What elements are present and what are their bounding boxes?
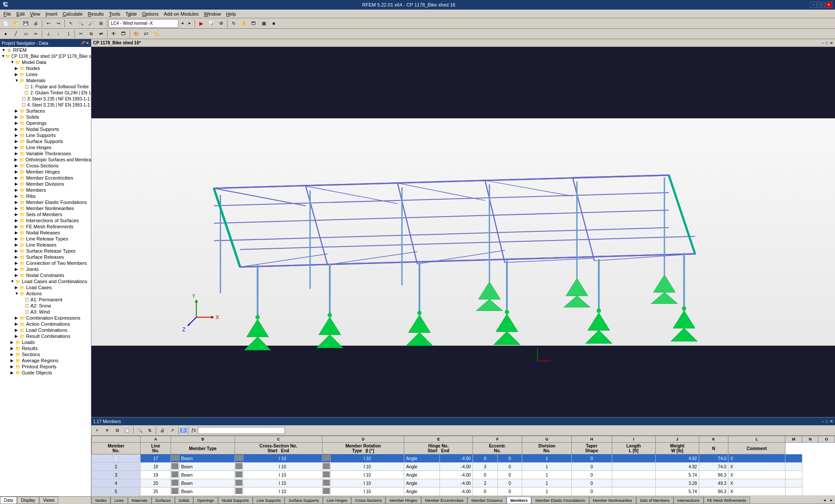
tree-solids[interactable]: ▶ 📁 Solids xyxy=(0,114,91,120)
tbl-copy[interactable]: ⧉ xyxy=(112,426,122,435)
tree-member-nonlin[interactable]: ▶ 📁 Member Nonlinearities xyxy=(0,205,91,211)
tree-toggle-actions[interactable]: ▼ xyxy=(15,291,19,296)
tree-guide-objects[interactable]: ▶ 📁 Guide Objects xyxy=(0,370,91,376)
menu-options[interactable]: Options xyxy=(139,10,161,17)
tb2-copy[interactable]: ⧉ xyxy=(86,30,96,38)
tree-joints[interactable]: ▶ 📁 Joints xyxy=(0,266,91,272)
tree-toggle-nc[interactable]: ▶ xyxy=(15,273,19,277)
tree-toggle-fem[interactable]: ▶ xyxy=(15,224,19,229)
tree-toggle-ar[interactable]: ▶ xyxy=(10,358,15,363)
tab-member-elastic[interactable]: Member Elastic Foundations xyxy=(531,497,589,504)
tb2-hide[interactable]: 👁 xyxy=(109,30,118,38)
tree-toggle-mh[interactable]: ▶ xyxy=(15,170,19,174)
tb-redo[interactable]: ↪ xyxy=(54,19,63,28)
tree-cross-sections[interactable]: ▶ 📁 Cross-Sections xyxy=(0,163,91,169)
tbl-print[interactable]: 🖨 xyxy=(158,426,167,435)
tbl-sort[interactable]: ⇅ xyxy=(145,426,154,435)
tree-toggle-joints[interactable]: ▶ xyxy=(15,267,19,271)
tree-toggle-ortho[interactable]: ▶ xyxy=(14,157,19,162)
tree-nodal-supports[interactable]: ▶ 📁 Nodal Supports xyxy=(0,126,91,132)
tb2-load[interactable]: ↓ xyxy=(54,30,63,38)
tree-member-elastic[interactable]: ▶ 📁 Member Elastic Foundations xyxy=(0,199,91,205)
tab-lines[interactable]: Lines xyxy=(111,497,128,504)
tree-lc-combos[interactable]: ▼ 📁 Load Cases and Combinations xyxy=(0,278,91,284)
tbl-paste[interactable]: 📋 xyxy=(122,426,132,435)
close-button[interactable]: ✕ xyxy=(825,2,832,8)
tab-scroll-left[interactable]: ◄ xyxy=(821,497,828,504)
tree-toggle-materials[interactable]: ▼ xyxy=(15,78,19,83)
tb-undo[interactable]: ↩ xyxy=(44,19,53,28)
tree-results[interactable]: ▶ 📁 Results xyxy=(0,345,91,351)
tb-zoom-all[interactable]: ⊞ xyxy=(96,19,106,28)
tab-member-divisions[interactable]: Member Divisions xyxy=(467,497,506,504)
tree-toggle-me[interactable]: ▶ xyxy=(15,176,19,180)
tb-print[interactable]: 🖨 xyxy=(31,19,40,28)
tree-toggle-nodal-sup[interactable]: ▶ xyxy=(15,127,19,131)
tree-lines[interactable]: ▶ 📁 Lines xyxy=(0,71,91,77)
tab-nodal-supports[interactable]: Nodal Supports xyxy=(218,497,253,504)
tree-surf-rel-types[interactable]: ▶ 📁 Surface Release Types xyxy=(0,248,91,254)
tbl-new-row[interactable]: + xyxy=(92,426,102,435)
tab-solids[interactable]: Solids xyxy=(175,497,194,504)
tree-toggle-lr[interactable]: ▶ xyxy=(15,243,19,247)
viewport-maximize-button[interactable]: □ xyxy=(826,41,828,45)
tree-project[interactable]: ▼ 📁 CP 1178_Bike shed 16* [CP 1178_Bike … xyxy=(0,53,91,59)
tree-combo-exprs[interactable]: ▶ 📁 Combination Expressions xyxy=(0,315,91,321)
tb2-cut[interactable]: ✂ xyxy=(76,30,86,38)
tb-run[interactable]: ▶ xyxy=(196,19,206,28)
viewport-minimize-button[interactable]: − xyxy=(822,41,824,45)
tb-settings[interactable]: ⚙ xyxy=(216,19,226,28)
tb-results[interactable]: 📊 xyxy=(206,19,216,28)
tb2-show[interactable]: 🗖 xyxy=(119,30,128,38)
table-container[interactable]: A B C D E F G H I J K L M xyxy=(91,436,835,495)
tab-surface-supports[interactable]: Surface Supports xyxy=(285,497,323,504)
tree-toggle-lcomb[interactable]: ▶ xyxy=(15,328,19,332)
tree-member-hinges[interactable]: ▶ 📁 Member Hinges xyxy=(0,169,91,175)
tree-toggle-lines[interactable]: ▶ xyxy=(15,72,19,77)
tree-toggle-nodes[interactable]: ▶ xyxy=(15,66,19,70)
menu-window[interactable]: Window xyxy=(201,10,224,17)
menu-insert[interactable]: Insert xyxy=(43,10,60,17)
tree-toggle-int[interactable]: ▶ xyxy=(15,218,19,223)
tree-toggle-mnl[interactable]: ▶ xyxy=(15,206,19,210)
tree-action-a2[interactable]: 📋 A2: Snow xyxy=(0,303,91,309)
tree-printout[interactable]: ▶ 📁 Printout Reports xyxy=(0,364,91,370)
tree-toggle-cs[interactable]: ▶ xyxy=(15,164,19,168)
tree-ribs[interactable]: ▶ 📁 Ribs xyxy=(0,193,91,199)
nav-close-button[interactable]: ✕ xyxy=(86,41,89,45)
table-row[interactable]: 3 19 Beam I 10 I 10 Angle -4.00 0 0 1 0 … xyxy=(92,471,835,479)
tb2-support[interactable]: ⊥ xyxy=(44,30,53,38)
tree-toggle-pr[interactable]: ▶ xyxy=(10,364,15,369)
tb2-surface[interactable]: ▭ xyxy=(21,30,30,38)
tree-member-divisions[interactable]: ▶ 📁 Member Divisions xyxy=(0,181,91,187)
tb-pan[interactable]: ✋ xyxy=(239,19,248,28)
tb-zoom-in[interactable]: 🔍 xyxy=(76,19,86,28)
table-maximize-btn[interactable]: □ xyxy=(826,419,828,424)
tb2-node[interactable]: ● xyxy=(1,30,10,38)
tree-toggle-rc[interactable]: ▶ xyxy=(15,334,19,338)
viewport-close-button[interactable]: ✕ xyxy=(830,41,833,45)
tree-toggle-lrt[interactable]: ▶ xyxy=(15,237,19,241)
tb-3d[interactable]: 🗔 xyxy=(249,19,258,28)
tb2-load2[interactable]: ⤵ xyxy=(64,30,73,38)
tree-surf-releases[interactable]: ▶ 📁 Surface Releases xyxy=(0,254,91,260)
tab-nodes[interactable]: Nodes xyxy=(91,497,111,504)
tree-toggle-srt[interactable]: ▶ xyxy=(15,249,19,253)
tree-mat-4[interactable]: 📋 4: Steel S 235 | NF EN 1993-1-1: xyxy=(0,102,91,108)
menu-file[interactable]: File xyxy=(1,10,14,17)
tab-fe-mesh[interactable]: FE Mesh Refinements xyxy=(704,497,750,504)
tree-toggle-go[interactable]: ▶ xyxy=(10,370,15,375)
next-lc-button[interactable]: ► xyxy=(186,19,193,28)
tree-loads[interactable]: ▶ 📁 Loads xyxy=(0,339,91,345)
tab-scroll-right[interactable]: ► xyxy=(828,497,835,504)
tree-load-combos[interactable]: ▶ 📁 Load Combinations xyxy=(0,327,91,333)
tree-root-rfem[interactable]: ▼ 🖥 RFEM xyxy=(0,47,91,53)
tbl-export[interactable]: ↗ xyxy=(168,426,177,435)
tbl-filter[interactable]: 🔍 xyxy=(135,426,144,435)
tb2-member[interactable]: ═ xyxy=(31,30,40,38)
tree-toggle-sections[interactable]: ▶ xyxy=(10,352,15,357)
tree-members[interactable]: ▶ 📁 Members xyxy=(0,187,91,193)
tab-surfaces[interactable]: Surfaces xyxy=(151,497,175,504)
tree-line-releases[interactable]: ▶ 📁 Line Releases xyxy=(0,242,91,248)
tree-sections[interactable]: ▶ 📁 Sections xyxy=(0,351,91,357)
